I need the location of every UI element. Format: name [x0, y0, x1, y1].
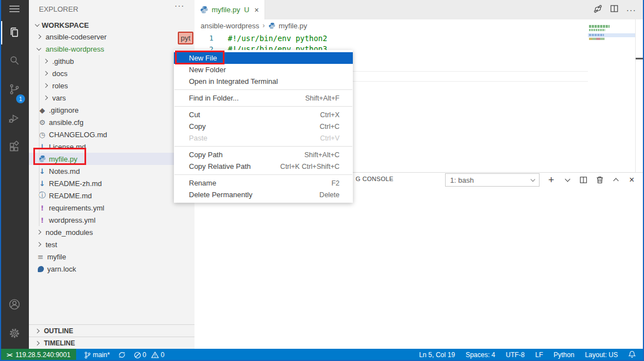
indentation-item[interactable]: Spaces: 4 [466, 351, 495, 359]
kill-terminal-trash-icon[interactable] [595, 176, 604, 184]
tree-item-myfile-py[interactable]: myfile.py [29, 153, 194, 165]
tree-item-gitignore[interactable]: ◆.gitignore [29, 104, 194, 116]
tab-label: myfile.py [212, 6, 240, 14]
timeline-section-header[interactable]: TIMELINE [29, 337, 194, 349]
menu-item-shortcut: Ctrl+K Ctrl+Shift+C [280, 163, 340, 171]
sync-changes-item[interactable] [118, 352, 126, 358]
close-panel-icon[interactable]: × [627, 176, 636, 184]
menu-item-delete-permanently[interactable]: Delete PermanentlyDelete [174, 189, 353, 200]
remote-indicator[interactable]: >< 119.28.5.240:9001 [0, 349, 76, 361]
menu-hamburger-icon[interactable] [1, 2, 28, 16]
timeline-label: TIMELINE [44, 339, 75, 347]
menu-item-cut[interactable]: CutCtrl+X [174, 109, 353, 121]
maximize-panel-icon[interactable] [611, 176, 620, 184]
tree-item-requirements-yml[interactable]: !requirements.yml [29, 202, 194, 214]
lines-icon: ≡ [36, 253, 45, 261]
open-changes-icon[interactable] [593, 4, 602, 16]
menu-item-copy-relative-path[interactable]: Copy Relative PathCtrl+K Ctrl+Shift+C [174, 161, 353, 172]
tree-item-vars[interactable]: vars [29, 92, 194, 104]
run-debug-icon[interactable] [1, 106, 28, 131]
breadcrumb-folder[interactable]: ansible-wordpress [201, 22, 259, 30]
chevron-right-icon [33, 329, 42, 333]
explorer-icon[interactable] [1, 20, 28, 46]
tree-item-wordpress-yml[interactable]: !wordpress.yml [29, 214, 194, 226]
account-icon[interactable] [1, 293, 28, 315]
sidebar-title: EXPLORER [39, 5, 78, 13]
tree-item-label: .gitignore [49, 106, 78, 114]
panel-tab-debug-console[interactable]: G CONSOLE [356, 176, 393, 182]
tab-close-icon[interactable]: × [254, 6, 259, 14]
line-number: 1 [194, 34, 213, 42]
tree-item-test[interactable]: test [29, 238, 194, 250]
cursor-position-item[interactable]: Ln 5, Col 19 [419, 351, 455, 359]
terminal-dropdown-chevron-icon[interactable] [563, 176, 572, 184]
menu-item-label: Copy Relative Path [189, 162, 251, 171]
tree-item-ansible-codeserver[interactable]: ansible-codeserver [29, 31, 194, 43]
indent-guide [39, 55, 39, 226]
tree-item-github[interactable]: .github [29, 55, 194, 67]
tree-item-readme-zh-md[interactable]: ↓README-zh.md [29, 177, 194, 189]
tree-item-node-modules[interactable]: node_modules [29, 226, 194, 238]
menu-item-new-folder[interactable]: New Folder [174, 64, 353, 76]
tree-item-label: vars [52, 94, 66, 102]
outline-section-header[interactable]: OUTLINE [29, 324, 194, 337]
menu-item-shortcut: Ctrl+C [319, 123, 340, 131]
menu-item-copy-path[interactable]: Copy PathShift+Alt+C [174, 149, 353, 161]
menu-item-label: Find in Folder... [189, 94, 239, 102]
tree-item-changelog-md[interactable]: ◷CHANGELOG.md [29, 128, 194, 141]
python-icon [268, 22, 276, 29]
menu-item-rename[interactable]: RenameF2 [174, 177, 353, 189]
breadcrumb: ansible-wordpress › myfile.py [194, 19, 643, 32]
notifications-bell-icon[interactable] [628, 350, 636, 360]
editor-more-actions-icon[interactable]: ··· [626, 5, 636, 14]
source-control-icon[interactable]: 1 [1, 77, 28, 102]
scrollbar-cursor-marker[interactable] [636, 58, 643, 59]
tab-myfile-py[interactable]: myfile.py U × [194, 0, 265, 19]
menu-item-paste: PasteCtrl+V [174, 132, 353, 144]
tree-item-notes-md[interactable]: ↓Notes.md [29, 165, 194, 177]
menu-item-open-in-integrated-terminal[interactable]: Open in Integrated Terminal [174, 76, 353, 87]
encoding-item[interactable]: UTF-8 [506, 351, 525, 359]
sidebar-more-actions-icon[interactable]: ··· [174, 1, 184, 10]
code-line: 1#!/usr/bin/env python2 [194, 33, 634, 44]
menu-item-shortcut: Shift+Alt+C [304, 151, 340, 159]
code-text: #!/usr/bin/env python2 [213, 34, 327, 43]
menu-item-label: New Folder [189, 66, 226, 74]
workspace-section-header[interactable]: WORKSPACE [29, 19, 194, 31]
tree-item-yarn-lock[interactable]: yarn.lock [29, 263, 194, 275]
menu-item-label: Copy Path [189, 151, 223, 159]
tree-item-ansible-wordpress[interactable]: ansible-wordpress [29, 43, 194, 55]
scm-badge: 1 [16, 94, 25, 103]
remote-icon: >< [7, 352, 12, 358]
menu-item-new-file[interactable]: New File [174, 52, 353, 64]
tree-item-myfile[interactable]: ≡myfile [29, 250, 194, 263]
new-terminal-icon[interactable]: + [547, 176, 556, 184]
extensions-icon[interactable] [1, 134, 28, 160]
chevron-right-icon [33, 342, 42, 345]
tree-item-roles[interactable]: roles [29, 79, 194, 92]
breadcrumb-file[interactable]: myfile.py [279, 22, 307, 30]
menu-item-copy[interactable]: CopyCtrl+C [174, 121, 353, 132]
tree-item-label: ansible-wordpress [46, 45, 104, 53]
chevron-right-icon [34, 35, 43, 38]
eol-item[interactable]: LF [535, 351, 543, 359]
menu-item-find-in-folder[interactable]: Find in Folder...Shift+Alt+F [174, 92, 353, 104]
tree-item-readme-md[interactable]: ⓘREADME.md [29, 189, 194, 202]
split-terminal-icon[interactable] [579, 176, 588, 184]
settings-gear-icon[interactable] [1, 321, 28, 345]
search-icon[interactable] [1, 48, 28, 73]
keyboard-layout-item[interactable]: Layout: US [585, 351, 618, 359]
problems-item[interactable]: 0 0 [134, 351, 164, 359]
language-mode-item[interactable]: Python [553, 351, 574, 359]
tree-item-ansible-cfg[interactable]: ⚙ansible.cfg [29, 116, 194, 128]
git-branch-item[interactable]: main* [84, 351, 110, 359]
error-count: 0 [143, 351, 147, 359]
yarn-icon [36, 266, 45, 272]
tree-item-docs[interactable]: docs [29, 67, 194, 79]
terminal-picker-select[interactable]: 1: bash [445, 173, 540, 187]
split-editor-icon[interactable] [610, 4, 618, 15]
menu-item-label: New File [189, 54, 217, 62]
chevron-right-icon [41, 84, 50, 87]
tree-item-license-md[interactable]: ↓License.md [29, 141, 194, 153]
tab-bar: myfile.py U × ··· [194, 0, 643, 19]
